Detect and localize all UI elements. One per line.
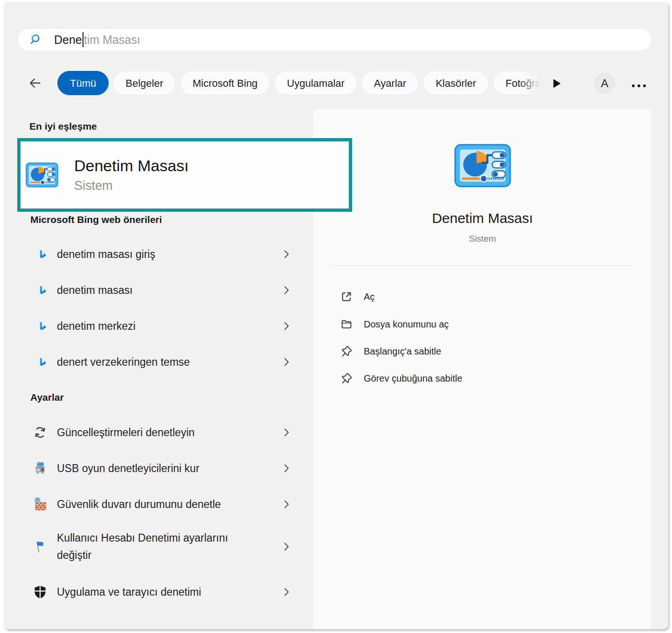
suggestion-label: denert verzekeringen temse xyxy=(57,354,190,371)
action-pin-to-taskbar[interactable]: Görev çubuğuna sabitle xyxy=(313,368,651,389)
search-flyout-window: Dene tim Masası Tümü Belgeler Microsoft … xyxy=(4,2,668,629)
tab-uygulamalar[interactable]: Uygulamalar xyxy=(274,71,357,95)
chevron-right-icon xyxy=(284,587,290,597)
folder-icon xyxy=(340,318,353,330)
account-avatar[interactable]: A xyxy=(595,73,615,93)
bing-icon xyxy=(37,249,48,259)
back-arrow-icon xyxy=(28,77,42,90)
bing-icon xyxy=(37,285,48,295)
bing-suggestion-item[interactable]: denetim merkezi xyxy=(17,314,306,338)
chevron-right-icon xyxy=(284,321,290,331)
bing-section-header: Microsoft Bing web önerileri xyxy=(30,214,162,225)
action-label: Başlangıç'a sabitle xyxy=(364,346,441,357)
usb-game-controller-icon xyxy=(33,461,47,475)
suggestion-label: denetim masası giriş xyxy=(57,246,155,263)
divider xyxy=(330,265,632,266)
security-shield-icon xyxy=(33,585,47,599)
action-label: Dosya konumunu aç xyxy=(364,319,449,330)
preview-subtitle: Sistem xyxy=(313,234,651,244)
open-external-icon xyxy=(340,291,353,303)
filter-tabs: Tümü Belgeler Microsoft Bing Uygulamalar… xyxy=(57,71,540,96)
pin-icon xyxy=(340,345,353,357)
uac-flag-icon xyxy=(33,540,47,554)
settings-item-label: Güvenlik duvarı durumunu denetle xyxy=(57,496,221,513)
chevron-right-icon xyxy=(284,428,290,437)
best-match-header: En iyi eşleşme xyxy=(29,121,97,132)
text-cursor xyxy=(83,32,83,47)
search-input-typed-text: Dene xyxy=(54,33,82,47)
search-bar[interactable]: Dene tim Masası xyxy=(17,28,652,51)
preview-title: Denetim Masası xyxy=(313,210,651,226)
chevron-right-icon xyxy=(284,542,290,551)
best-match-title: Denetim Masası xyxy=(74,157,189,175)
chevron-right-icon xyxy=(284,250,290,259)
refresh-icon xyxy=(33,425,47,439)
suggestion-label: denetim merkezi xyxy=(57,318,136,335)
chevron-right-icon xyxy=(284,285,290,295)
bing-icon xyxy=(37,321,48,331)
settings-section-header: Ayarlar xyxy=(30,392,64,403)
tabs-scroll-right-button[interactable] xyxy=(550,77,563,90)
settings-item-check-updates[interactable]: Güncelleştirmeleri denetleyin xyxy=(17,421,306,444)
pin-icon xyxy=(340,372,353,384)
best-match-result[interactable]: Denetim Masası Sistem xyxy=(21,141,349,209)
control-panel-icon xyxy=(26,162,58,188)
chevron-right-icon xyxy=(284,500,290,509)
action-open[interactable]: Aç xyxy=(313,286,651,307)
ellipsis-icon xyxy=(629,84,649,87)
more-options-button[interactable] xyxy=(629,80,649,91)
action-label: Görev çubuğuna sabitle xyxy=(364,373,462,384)
back-button[interactable] xyxy=(27,77,43,90)
bing-suggestion-item[interactable]: denetim masası xyxy=(17,278,306,302)
tab-microsoft-bing[interactable]: Microsoft Bing xyxy=(180,71,270,95)
action-pin-to-start[interactable]: Başlangıç'a sabitle xyxy=(313,341,651,362)
annotation-highlight-box: Denetim Masası Sistem xyxy=(17,138,352,212)
tab-tumu[interactable]: Tümü xyxy=(57,71,109,95)
play-icon xyxy=(551,77,563,90)
best-match-subtitle: Sistem xyxy=(74,179,189,193)
chevron-right-icon xyxy=(284,464,290,473)
settings-item-firewall-status[interactable]: Güvenlik duvarı durumunu denetle xyxy=(17,493,306,516)
tab-belgeler[interactable]: Belgeler xyxy=(113,71,176,95)
tabs-overflow-fade xyxy=(519,71,540,96)
bing-icon xyxy=(37,357,48,367)
settings-item-label: Kullanıcı Hesabı Denetimi ayarlarını değ… xyxy=(57,529,257,564)
settings-item-uac[interactable]: Kullanıcı Hesabı Denetimi ayarlarını değ… xyxy=(17,527,306,566)
tab-klasorler[interactable]: Klasörler xyxy=(423,71,489,95)
suggestion-label: denetim masası xyxy=(57,282,132,299)
settings-item-usb-game-controllers[interactable]: USB oyun denetleyicilerini kur xyxy=(17,457,306,480)
settings-item-label: USB oyun denetleyicilerini kur xyxy=(57,460,200,477)
action-label: Aç xyxy=(364,292,374,302)
bing-suggestion-item[interactable]: denert verzekeringen temse xyxy=(17,350,306,374)
preview-panel: Denetim Masası Sistem Aç Dosya konumunu … xyxy=(313,109,651,629)
tab-ayarlar[interactable]: Ayarlar xyxy=(361,71,419,95)
settings-item-label: Güncelleştirmeleri denetleyin xyxy=(57,424,194,441)
bing-suggestion-item[interactable]: denetim masası giriş xyxy=(17,243,306,266)
settings-item-label: Uygulama ve tarayıcı denetimi xyxy=(57,584,201,601)
search-input-suggestion-text: tim Masası xyxy=(84,33,140,47)
action-open-file-location[interactable]: Dosya konumunu aç xyxy=(313,314,651,334)
settings-item-app-browser-control[interactable]: Uygulama ve tarayıcı denetimi xyxy=(17,580,306,604)
search-input[interactable]: Dene tim Masası xyxy=(54,32,140,47)
chevron-right-icon xyxy=(284,357,290,367)
search-icon xyxy=(30,33,43,46)
firewall-icon xyxy=(33,497,47,511)
control-panel-icon-large xyxy=(454,144,511,188)
